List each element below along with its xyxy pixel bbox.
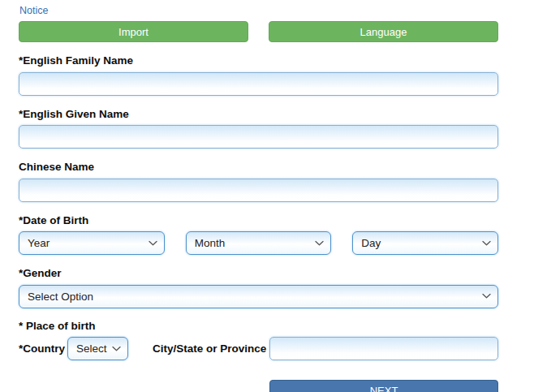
country-select[interactable]: Select Option bbox=[67, 337, 128, 360]
registration-form-page: Notice Import Language *English Family N… bbox=[0, 0, 534, 392]
english-given-name-label: *English Given Name bbox=[19, 108, 498, 121]
import-button[interactable]: Import bbox=[19, 21, 248, 42]
gender-label: *Gender bbox=[19, 267, 498, 280]
city-state-province-label: City/State or Province bbox=[153, 342, 266, 355]
notice-link[interactable]: Notice bbox=[19, 5, 48, 16]
gender-select[interactable]: Select Option bbox=[19, 285, 498, 308]
year-select[interactable]: Year bbox=[19, 231, 165, 255]
country-label: *Country bbox=[19, 342, 65, 355]
language-button[interactable]: Language bbox=[269, 21, 498, 42]
top-button-row: Import Language bbox=[19, 21, 498, 42]
date-of-birth-label: *Date of Birth bbox=[19, 214, 498, 227]
month-select-wrap: Month bbox=[186, 231, 332, 255]
english-family-name-input[interactable] bbox=[19, 72, 498, 96]
month-select[interactable]: Month bbox=[186, 231, 332, 255]
country-city-row: *Country Select Option City/State or Pro… bbox=[19, 337, 498, 360]
english-given-name-input[interactable] bbox=[19, 125, 498, 149]
place-of-birth-label: * Place of birth bbox=[19, 320, 498, 333]
gender-select-wrap: Select Option bbox=[19, 285, 498, 308]
chinese-name-label: Chinese Name bbox=[19, 161, 498, 174]
english-family-name-label: *English Family Name bbox=[19, 54, 498, 67]
day-select[interactable]: Day bbox=[352, 231, 498, 255]
chinese-name-input[interactable] bbox=[19, 179, 498, 202]
next-button[interactable]: NEXT bbox=[269, 380, 498, 392]
day-select-wrap: Day bbox=[352, 231, 498, 255]
city-state-province-input[interactable] bbox=[269, 337, 498, 360]
year-select-wrap: Year bbox=[19, 231, 165, 255]
country-select-wrap: Select Option bbox=[67, 337, 128, 360]
date-of-birth-row: Year Month Day bbox=[19, 231, 498, 255]
